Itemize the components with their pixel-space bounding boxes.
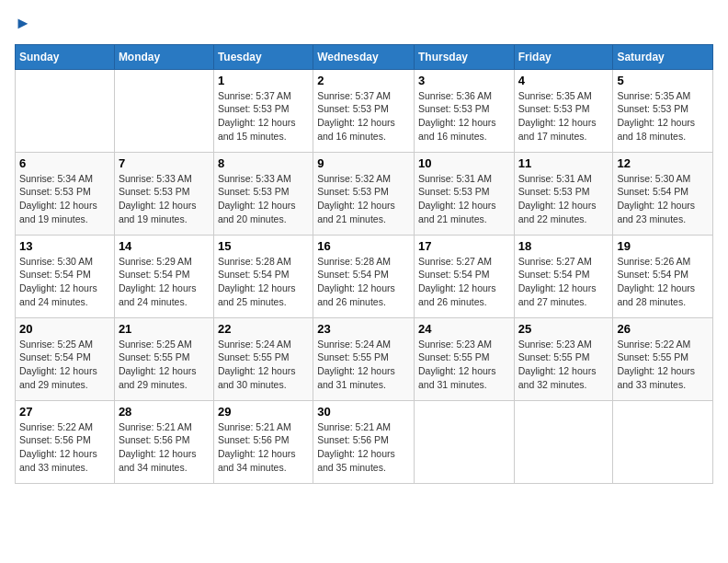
header-cell-thursday: Thursday [414,44,514,69]
day-cell [16,69,115,152]
week-row-5: 27Sunrise: 5:22 AM Sunset: 5:56 PM Dayli… [16,400,713,483]
day-cell: 30Sunrise: 5:21 AM Sunset: 5:56 PM Dayli… [313,400,415,483]
day-number: 9 [317,156,410,170]
day-number: 27 [19,405,110,419]
day-info: Sunrise: 5:29 AM Sunset: 5:54 PM Dayligh… [119,255,210,309]
day-number: 20 [19,322,110,336]
day-number: 3 [418,74,510,87]
day-cell: 5Sunrise: 5:35 AM Sunset: 5:53 PM Daylig… [613,69,713,152]
day-info: Sunrise: 5:24 AM Sunset: 5:55 PM Dayligh… [317,338,410,392]
header-cell-monday: Monday [114,44,213,69]
day-number: 12 [617,156,709,170]
day-number: 11 [518,156,609,170]
day-info: Sunrise: 5:23 AM Sunset: 5:55 PM Dayligh… [418,338,510,392]
day-cell: 10Sunrise: 5:31 AM Sunset: 5:53 PM Dayli… [414,152,514,235]
day-cell: 27Sunrise: 5:22 AM Sunset: 5:56 PM Dayli… [16,400,115,483]
day-info: Sunrise: 5:35 AM Sunset: 5:53 PM Dayligh… [518,89,609,144]
day-cell: 18Sunrise: 5:27 AM Sunset: 5:54 PM Dayli… [514,235,613,317]
day-cell: 23Sunrise: 5:24 AM Sunset: 5:55 PM Dayli… [313,317,415,400]
day-info: Sunrise: 5:33 AM Sunset: 5:53 PM Dayligh… [218,172,309,226]
day-number: 25 [518,322,609,336]
day-cell: 16Sunrise: 5:28 AM Sunset: 5:54 PM Dayli… [313,235,415,317]
day-number: 18 [518,239,609,253]
day-cell: 28Sunrise: 5:21 AM Sunset: 5:56 PM Dayli… [114,400,213,483]
day-number: 10 [418,156,510,170]
day-number: 19 [617,239,709,253]
day-cell: 4Sunrise: 5:35 AM Sunset: 5:53 PM Daylig… [514,69,613,152]
day-number: 7 [119,156,210,170]
day-number: 13 [19,239,110,253]
day-info: Sunrise: 5:35 AM Sunset: 5:53 PM Dayligh… [617,89,709,144]
day-info: Sunrise: 5:28 AM Sunset: 5:54 PM Dayligh… [317,255,410,309]
day-cell: 15Sunrise: 5:28 AM Sunset: 5:54 PM Dayli… [213,235,313,317]
day-info: Sunrise: 5:27 AM Sunset: 5:54 PM Dayligh… [518,255,609,309]
day-cell: 29Sunrise: 5:21 AM Sunset: 5:56 PM Dayli… [213,400,313,483]
day-number: 21 [119,322,210,336]
header-row: SundayMondayTuesdayWednesdayThursdayFrid… [16,44,713,69]
day-cell: 7Sunrise: 5:33 AM Sunset: 5:53 PM Daylig… [114,152,213,235]
day-cell: 17Sunrise: 5:27 AM Sunset: 5:54 PM Dayli… [414,235,514,317]
day-info: Sunrise: 5:36 AM Sunset: 5:53 PM Dayligh… [418,89,510,144]
day-cell: 12Sunrise: 5:30 AM Sunset: 5:54 PM Dayli… [613,152,713,235]
day-info: Sunrise: 5:31 AM Sunset: 5:53 PM Dayligh… [518,172,609,226]
header-cell-friday: Friday [514,44,613,69]
day-cell: 2Sunrise: 5:37 AM Sunset: 5:53 PM Daylig… [313,69,415,152]
day-number: 23 [317,322,410,336]
day-cell: 9Sunrise: 5:32 AM Sunset: 5:53 PM Daylig… [313,152,415,235]
day-info: Sunrise: 5:30 AM Sunset: 5:54 PM Dayligh… [617,172,709,226]
day-cell: 6Sunrise: 5:34 AM Sunset: 5:53 PM Daylig… [16,152,115,235]
header-cell-sunday: Sunday [16,44,115,69]
day-cell: 20Sunrise: 5:25 AM Sunset: 5:54 PM Dayli… [16,317,115,400]
day-info: Sunrise: 5:37 AM Sunset: 5:53 PM Dayligh… [317,89,410,144]
day-number: 24 [418,322,510,336]
day-number: 2 [317,74,410,87]
day-cell: 24Sunrise: 5:23 AM Sunset: 5:55 PM Dayli… [414,317,514,400]
logo: ► [15,15,31,33]
day-info: Sunrise: 5:22 AM Sunset: 5:56 PM Dayligh… [19,420,110,475]
day-info: Sunrise: 5:37 AM Sunset: 5:53 PM Dayligh… [218,89,309,144]
day-number: 22 [218,322,309,336]
header-cell-tuesday: Tuesday [213,44,313,69]
week-row-2: 6Sunrise: 5:34 AM Sunset: 5:53 PM Daylig… [16,152,713,235]
day-info: Sunrise: 5:25 AM Sunset: 5:55 PM Dayligh… [119,338,210,392]
day-number: 15 [218,239,309,253]
day-info: Sunrise: 5:31 AM Sunset: 5:53 PM Dayligh… [418,172,510,226]
day-number: 26 [617,322,709,336]
day-number: 28 [119,405,210,419]
day-info: Sunrise: 5:26 AM Sunset: 5:54 PM Dayligh… [617,255,709,309]
day-number: 29 [218,405,309,419]
day-cell: 22Sunrise: 5:24 AM Sunset: 5:55 PM Dayli… [213,317,313,400]
day-info: Sunrise: 5:34 AM Sunset: 5:53 PM Dayligh… [19,172,110,226]
day-cell [514,400,613,483]
day-info: Sunrise: 5:32 AM Sunset: 5:53 PM Dayligh… [317,172,410,226]
week-row-4: 20Sunrise: 5:25 AM Sunset: 5:54 PM Dayli… [16,317,713,400]
day-cell: 26Sunrise: 5:22 AM Sunset: 5:55 PM Dayli… [613,317,713,400]
calendar-table: SundayMondayTuesdayWednesdayThursdayFrid… [15,44,713,484]
day-info: Sunrise: 5:23 AM Sunset: 5:55 PM Dayligh… [518,338,609,392]
day-cell: 8Sunrise: 5:33 AM Sunset: 5:53 PM Daylig… [213,152,313,235]
day-info: Sunrise: 5:25 AM Sunset: 5:54 PM Dayligh… [19,338,110,392]
day-info: Sunrise: 5:22 AM Sunset: 5:55 PM Dayligh… [617,338,709,392]
day-cell: 11Sunrise: 5:31 AM Sunset: 5:53 PM Dayli… [514,152,613,235]
day-info: Sunrise: 5:33 AM Sunset: 5:53 PM Dayligh… [119,172,210,226]
day-cell: 21Sunrise: 5:25 AM Sunset: 5:55 PM Dayli… [114,317,213,400]
day-info: Sunrise: 5:21 AM Sunset: 5:56 PM Dayligh… [119,420,210,475]
day-cell: 3Sunrise: 5:36 AM Sunset: 5:53 PM Daylig… [414,69,514,152]
day-info: Sunrise: 5:21 AM Sunset: 5:56 PM Dayligh… [218,420,309,475]
day-cell [114,69,213,152]
day-number: 30 [317,405,410,419]
day-cell [613,400,713,483]
day-number: 16 [317,239,410,253]
calendar-body: 1Sunrise: 5:37 AM Sunset: 5:53 PM Daylig… [16,69,713,483]
day-number: 5 [617,74,709,87]
day-number: 1 [218,74,309,87]
day-number: 17 [418,239,510,253]
header-cell-wednesday: Wednesday [313,44,415,69]
day-cell: 1Sunrise: 5:37 AM Sunset: 5:53 PM Daylig… [213,69,313,152]
day-cell: 19Sunrise: 5:26 AM Sunset: 5:54 PM Dayli… [613,235,713,317]
day-number: 14 [119,239,210,253]
page-header: ► [15,15,713,33]
day-number: 8 [218,156,309,170]
week-row-3: 13Sunrise: 5:30 AM Sunset: 5:54 PM Dayli… [16,235,713,317]
calendar-header: SundayMondayTuesdayWednesdayThursdayFrid… [16,44,713,69]
